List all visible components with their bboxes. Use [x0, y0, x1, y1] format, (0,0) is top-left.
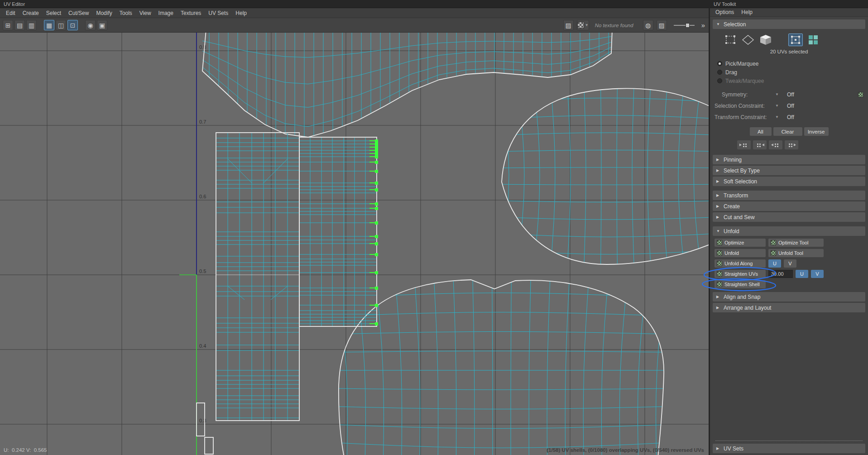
menu-cut-sew[interactable]: Cut/Sew: [65, 9, 92, 17]
section-collapsed-icon: ▶: [716, 215, 720, 219]
menu-create[interactable]: Create: [19, 9, 43, 17]
straighten-v-button[interactable]: V: [811, 270, 824, 278]
unfold-grid-icon: [717, 240, 722, 245]
optimize-tool-button[interactable]: Optimize Tool: [768, 239, 824, 247]
select-mode-vertex-icon[interactable]: [724, 34, 737, 46]
menu-view[interactable]: View: [136, 9, 155, 17]
pivot-mode-button[interactable]: ◉: [85, 20, 96, 30]
unfold-along-u-button[interactable]: U: [768, 259, 781, 268]
unfold-tool-button[interactable]: Unfold Tool: [768, 249, 824, 257]
straighten-uvs-button[interactable]: Straighten UVs: [715, 270, 766, 278]
unfold-button[interactable]: Unfold: [715, 249, 766, 257]
toolkit-menu-help[interactable]: Help: [738, 8, 756, 16]
menu-edit[interactable]: Edit: [2, 9, 19, 17]
radio-pick-marquee[interactable]: Pick/Marquee: [717, 59, 868, 68]
symmetry-value[interactable]: Off: [787, 91, 794, 98]
select-mode-face-icon[interactable]: [759, 34, 772, 46]
image-dim-slider[interactable]: [674, 25, 695, 26]
toolkit-menu-options[interactable]: Options: [712, 8, 738, 16]
textured-sphere-button[interactable]: ◍: [643, 20, 653, 30]
transform-constraint-label: Transform Constraint:: [715, 114, 775, 120]
menu-select[interactable]: Select: [43, 9, 65, 17]
image-display-button[interactable]: ▨: [657, 20, 667, 30]
symmetry-dropdown-icon[interactable]: ▼: [775, 92, 787, 96]
menu-modify[interactable]: Modify: [92, 9, 115, 17]
unfold-grid-icon: [717, 261, 722, 266]
radio-tweak-marquee-label: Tweak/Marquee: [725, 78, 764, 84]
shrink-selection-right-button[interactable]: [753, 140, 767, 149]
straighten-shell-button[interactable]: Straighten Shell: [715, 280, 766, 288]
select-mode-uv-icon[interactable]: [788, 34, 803, 46]
radio-drag[interactable]: Drag: [717, 68, 868, 77]
unfold-grid-icon: [717, 271, 722, 277]
grid-display-button[interactable]: ⊞: [3, 20, 13, 30]
menu-textures[interactable]: Textures: [177, 9, 205, 17]
section-arrange-and-layout[interactable]: ▶Arrange and Layout: [713, 303, 865, 312]
frame-view-button[interactable]: ▣: [97, 20, 107, 30]
section-cut-and-sew[interactable]: ▶Cut and Sew: [713, 212, 865, 222]
transform-constraint-value[interactable]: Off: [787, 114, 794, 120]
unfold-along-button[interactable]: Unfold Along: [715, 259, 766, 268]
section-align-and-snap[interactable]: ▶Align and Snap: [713, 292, 865, 302]
chevron-down-icon: ▼: [585, 23, 589, 27]
section-collapsed-icon: ▶: [716, 179, 720, 183]
section-expanded-icon: ▼: [716, 229, 720, 233]
section-uv-sets[interactable]: ▶ UV Sets: [713, 444, 865, 453]
pixel-snap-button[interactable]: ⊡: [67, 20, 78, 30]
section-transform[interactable]: ▶Transform: [713, 191, 865, 200]
grow-selection-right-button[interactable]: [785, 140, 798, 149]
maya-uv-editor-window: UV Editor Edit Create Select Cut/Sew Mod…: [0, 0, 868, 455]
radio-dot-icon: [717, 70, 722, 75]
section-pinning[interactable]: ▶Pinning: [713, 155, 865, 164]
checker-map-button[interactable]: ▼: [577, 20, 589, 30]
selection-constraint-dropdown-icon[interactable]: ▼: [775, 104, 787, 108]
select-all-button[interactable]: All: [750, 127, 772, 136]
inverse-selection-button[interactable]: Inverse: [804, 127, 829, 136]
uv-toolkit-titlebar[interactable]: UV Toolkit: [710, 0, 868, 8]
section-collapsed-icon: ▶: [716, 295, 720, 299]
shrink-selection-left-button[interactable]: [737, 140, 751, 149]
section-unfold[interactable]: ▼Unfold: [713, 226, 865, 236]
section-soft-selection[interactable]: ▶Soft Selection: [713, 177, 865, 186]
menu-help[interactable]: Help: [232, 9, 250, 17]
expand-toolbar-icon[interactable]: »: [701, 21, 705, 29]
split-view-button[interactable]: ◫: [56, 20, 66, 30]
uv-grid-toggle-button[interactable]: ▦: [44, 20, 54, 30]
radio-tweak-marquee[interactable]: Tweak/Marquee: [717, 77, 868, 85]
clear-selection-button[interactable]: Clear: [773, 127, 802, 136]
layout-stack-button[interactable]: ▤: [14, 20, 25, 30]
menu-tools[interactable]: Tools: [116, 9, 136, 17]
symmetry-grid-icon[interactable]: [858, 92, 863, 97]
uv-editor-titlebar[interactable]: UV Editor: [0, 0, 709, 8]
radio-drag-label: Drag: [725, 69, 737, 76]
svg-text:0.7: 0.7: [199, 119, 206, 125]
unfold-grid-icon: [717, 282, 722, 287]
section-selection-label: Selection: [724, 21, 746, 28]
section-create[interactable]: ▶Create: [713, 201, 865, 211]
selection-constraint-value[interactable]: Off: [787, 103, 794, 109]
section-align-and-snap-label: Align and Snap: [724, 294, 760, 300]
grow-selection-left-button[interactable]: [769, 140, 782, 149]
texture-image-button[interactable]: ▨: [563, 20, 574, 30]
slider-knob[interactable]: [686, 23, 690, 28]
unfold-along-v-button[interactable]: V: [784, 259, 796, 268]
uv-editor-pane: UV Editor Edit Create Select Cut/Sew Mod…: [0, 0, 709, 455]
select-mode-uv-shell-icon[interactable]: [807, 34, 820, 46]
uv-canvas[interactable]: 0.80.70.60.50.40.3 U: 0.242 V: 0.565 (1/…: [0, 33, 709, 455]
layout-tile-button[interactable]: ▥: [26, 20, 37, 30]
uv-editor-title: UV Editor: [4, 1, 25, 7]
straighten-angle-field[interactable]: 30.00: [768, 270, 793, 278]
optimize-button[interactable]: Optimize: [715, 239, 766, 247]
symmetry-row: Symmetry: ▼ Off: [710, 89, 868, 100]
section-collapsed-icon: ▶: [716, 204, 720, 208]
selection-constraint-label: Selection Constraint:: [715, 103, 775, 109]
section-pinning-label: Pinning: [724, 157, 742, 163]
section-selection[interactable]: ▼ Selection: [713, 19, 865, 29]
select-mode-edge-icon[interactable]: [741, 34, 755, 46]
menu-image[interactable]: Image: [155, 9, 177, 17]
section-select-by-type[interactable]: ▶Select By Type: [713, 166, 865, 175]
uv-sets-footer: ▶ UV Sets: [710, 441, 868, 455]
menu-uv-sets[interactable]: UV Sets: [205, 9, 232, 17]
straighten-u-button[interactable]: U: [796, 270, 808, 278]
transform-constraint-dropdown-icon[interactable]: ▼: [775, 115, 787, 119]
